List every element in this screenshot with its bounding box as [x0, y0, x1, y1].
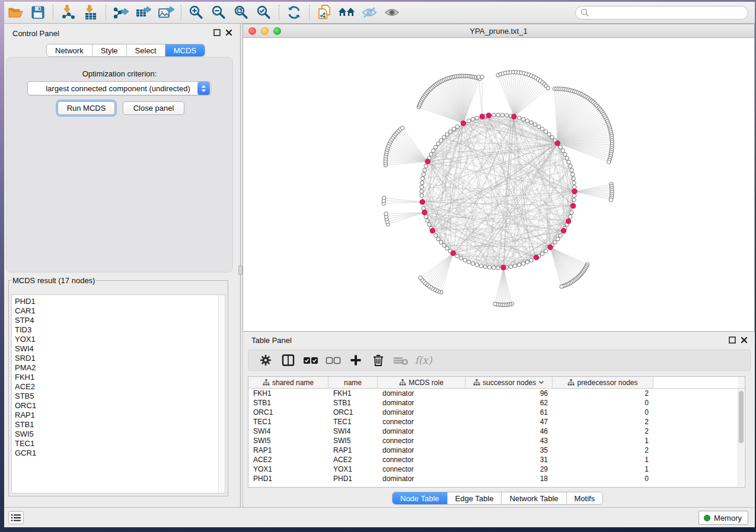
table-settings-icon[interactable]	[254, 351, 277, 369]
mcds-hub-node[interactable]	[425, 159, 430, 164]
mcds-list-scrollbar[interactable]	[218, 295, 225, 493]
ring-node[interactable]	[544, 130, 547, 133]
zoom-in-icon[interactable]	[185, 4, 208, 21]
ring-node[interactable]	[550, 136, 554, 139]
ring-node[interactable]	[420, 185, 423, 189]
mcds-hub-node[interactable]	[566, 219, 571, 223]
ring-node[interactable]	[426, 219, 429, 222]
zoom-out-icon[interactable]	[208, 4, 230, 21]
mcds-result-item[interactable]: TEC1	[12, 439, 225, 448]
apply-layout-icon[interactable]	[283, 4, 305, 21]
zoom-selected-icon[interactable]	[253, 4, 275, 21]
ring-node[interactable]	[492, 113, 496, 117]
ring-node[interactable]	[509, 265, 512, 268]
ring-node[interactable]	[573, 194, 576, 197]
close-panel-button[interactable]: Close panel	[123, 101, 184, 115]
cell-successors[interactable]: 46	[465, 427, 553, 436]
ring-node[interactable]	[496, 113, 500, 117]
export-image-icon[interactable]	[155, 4, 177, 21]
cell-successors[interactable]: 96	[465, 389, 553, 398]
leaf-node[interactable]	[382, 196, 385, 200]
mcds-result-item[interactable]: STB5	[12, 392, 225, 401]
table-row[interactable]: ACE2ACE2connector311	[248, 455, 745, 464]
mcds-hub-node[interactable]	[572, 189, 577, 194]
ring-node[interactable]	[455, 125, 459, 129]
import-table-icon[interactable]	[79, 4, 102, 21]
mcds-hub-node[interactable]	[420, 200, 425, 204]
cell-role[interactable]: dominator	[378, 474, 465, 483]
table-row[interactable]: YOX1YOX1connector291	[248, 464, 745, 474]
cell-successors[interactable]: 31	[465, 455, 553, 464]
close-panel-icon[interactable]	[225, 28, 232, 36]
ring-node[interactable]	[420, 190, 423, 193]
ring-node[interactable]	[459, 257, 462, 260]
ring-node[interactable]	[442, 243, 446, 247]
ring-node[interactable]	[487, 265, 491, 269]
mcds-result-item[interactable]: STB1	[12, 420, 225, 430]
ring-node[interactable]	[540, 252, 544, 255]
ring-node[interactable]	[423, 168, 426, 172]
mcds-hub-node[interactable]	[480, 114, 484, 119]
cell-name[interactable]: STB1	[328, 398, 378, 408]
cell-name[interactable]: FKH1	[328, 389, 378, 398]
ring-node[interactable]	[561, 149, 564, 152]
column-header-mcds-role[interactable]: MCDS role	[378, 377, 465, 388]
mcds-hub-node[interactable]	[555, 141, 560, 146]
table-row[interactable]: SWI5SWI5connector431	[248, 436, 745, 446]
ring-node[interactable]	[573, 185, 576, 189]
mcds-result-item[interactable]: TID3	[12, 325, 225, 335]
cell-role[interactable]: dominator	[378, 408, 465, 417]
ring-node[interactable]	[505, 114, 508, 117]
cell-name[interactable]: SWI5	[328, 436, 378, 446]
zoom-fit-icon[interactable]	[230, 4, 253, 21]
ring-node[interactable]	[471, 117, 474, 121]
cell-shared_name[interactable]: STB1	[248, 398, 328, 408]
ring-node[interactable]	[420, 194, 423, 197]
cell-role[interactable]: dominator	[378, 398, 465, 408]
ring-node[interactable]	[428, 223, 431, 226]
cell-name[interactable]: ACE2	[328, 455, 378, 464]
panel-divider[interactable]	[238, 24, 243, 507]
ring-node[interactable]	[422, 172, 425, 176]
ring-node[interactable]	[445, 246, 449, 250]
cell-name[interactable]: SWI4	[328, 427, 378, 436]
column-header-name[interactable]: name	[328, 377, 378, 388]
ring-node[interactable]	[434, 233, 438, 237]
search-box[interactable]	[575, 6, 748, 20]
cell-predecessors[interactable]: 2	[553, 446, 653, 455]
network-canvas[interactable]	[243, 38, 754, 331]
tab-edge-table[interactable]: Edge Table	[448, 492, 502, 504]
ring-node[interactable]	[429, 152, 433, 156]
cell-shared_name[interactable]: RAP1	[248, 446, 328, 455]
tab-motifs[interactable]: Motifs	[567, 492, 603, 504]
cell-role[interactable]: connector	[378, 417, 465, 427]
ring-node[interactable]	[563, 152, 567, 156]
mcds-hub-node[interactable]	[548, 245, 553, 249]
duplicate-network-icon[interactable]	[313, 4, 336, 21]
ring-node[interactable]	[525, 260, 529, 264]
mcds-hub-node[interactable]	[430, 228, 435, 233]
cell-shared_name[interactable]: PHD1	[248, 474, 328, 483]
ring-node[interactable]	[556, 237, 560, 241]
criterion-select[interactable]: largest connected component (undirected)	[27, 81, 211, 95]
tab-network[interactable]: Network	[47, 44, 92, 56]
column-header-shared-name[interactable]: shared name	[248, 377, 328, 388]
ring-node[interactable]	[553, 241, 557, 244]
ring-node[interactable]	[483, 265, 487, 268]
ring-node[interactable]	[421, 177, 425, 180]
mcds-hub-node[interactable]	[512, 114, 516, 119]
mcds-result-item[interactable]: CAR1	[12, 306, 225, 316]
mcds-hub-node[interactable]	[571, 204, 576, 209]
ring-node[interactable]	[471, 262, 474, 265]
ring-node[interactable]	[496, 266, 500, 270]
ring-node[interactable]	[492, 266, 496, 270]
ring-node[interactable]	[439, 241, 443, 244]
ring-node[interactable]	[448, 130, 452, 133]
mcds-result-item[interactable]: STP4	[12, 316, 225, 325]
leaf-node[interactable]	[560, 284, 563, 288]
float-table-panel-icon[interactable]	[728, 336, 736, 344]
ring-node[interactable]	[572, 198, 576, 201]
ring-node[interactable]	[463, 258, 467, 262]
ring-node[interactable]	[569, 214, 572, 218]
cell-shared_name[interactable]: SWI4	[248, 427, 328, 436]
